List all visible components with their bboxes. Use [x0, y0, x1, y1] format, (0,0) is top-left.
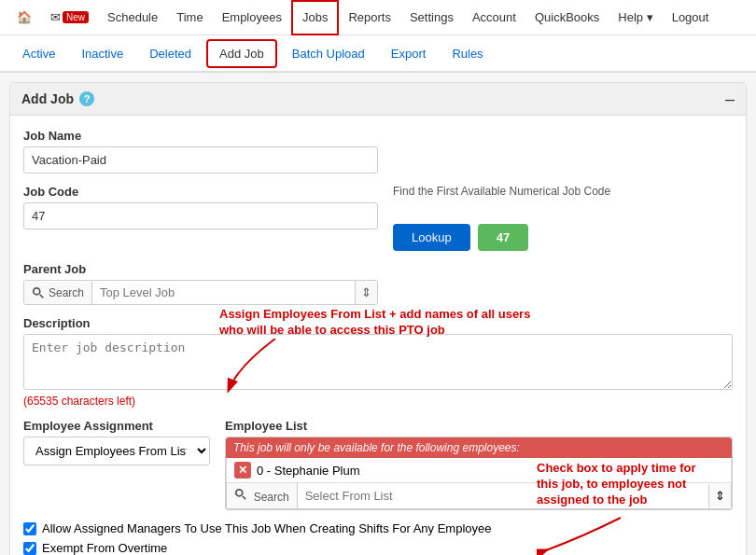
subnav-export[interactable]: Export: [380, 41, 438, 66]
subnav-rules[interactable]: Rules: [441, 41, 494, 66]
subnav-inactive[interactable]: Inactive: [70, 41, 134, 66]
card-title: Add Job ?: [21, 91, 94, 106]
description-input[interactable]: [23, 334, 733, 390]
lookup-row: Lookup 47: [393, 224, 733, 251]
subnav-active[interactable]: Active: [11, 41, 66, 66]
employee-list-col: Employee List This job will only be avai…: [225, 419, 733, 510]
parent-job-arrow[interactable]: ⇕: [355, 281, 377, 304]
job-code-col: Job Code: [23, 185, 378, 251]
nav-logout[interactable]: Logout: [663, 0, 719, 35]
parent-job-input[interactable]: [92, 281, 355, 304]
employee-search-row[interactable]: Search ⇕: [226, 483, 732, 509]
lookup-button[interactable]: Lookup: [393, 224, 470, 251]
annotation-area: Description (65535 characters left) Assi…: [23, 316, 733, 555]
emp-search-label: Search: [254, 491, 289, 504]
nav-schedule[interactable]: Schedule: [98, 0, 167, 35]
employee-assignment-label: Employee Assignment: [23, 419, 210, 433]
remove-employee-button[interactable]: ✕: [234, 462, 251, 479]
employee-assignment-col: Employee Assignment Assign Employees Fro…: [23, 419, 210, 465]
checkbox1-label[interactable]: Allow Assigned Managers To Use This Job …: [42, 521, 491, 535]
subnav-add-job[interactable]: Add Job: [206, 39, 277, 68]
nav-jobs[interactable]: Jobs: [291, 0, 339, 35]
lookup-description: Find the First Available Numerical Job C…: [393, 185, 733, 198]
add-job-card: Add Job ? – Job Name Job Code: [9, 82, 747, 555]
job-name-label: Job Name: [23, 129, 733, 143]
employee-list-label: Employee List: [225, 419, 733, 433]
checkboxes-section: Allow Assigned Managers To Use This Job …: [23, 521, 733, 555]
mail-badge: New: [63, 11, 89, 23]
employee-assignment-select[interactable]: Assign Employees From List: [23, 437, 210, 465]
emp-search-input[interactable]: [298, 484, 708, 507]
allow-managers-checkbox[interactable]: [23, 522, 36, 535]
description-group: Description (65535 characters left): [23, 316, 733, 408]
job-code-input[interactable]: [23, 202, 378, 229]
card-body: Job Name Job Code Find the First Availab…: [10, 116, 746, 555]
checkbox2-label[interactable]: Exempt From Overtime: [42, 541, 167, 555]
main-content: Add Job ? – Job Name Job Code: [0, 73, 756, 555]
parent-job-search[interactable]: Search ⇕: [23, 280, 378, 305]
home-icon: 🏠: [17, 10, 32, 24]
emp-search-icon: [234, 488, 247, 501]
top-navigation: 🏠 ✉ New Schedule Time Employees Jobs Rep…: [0, 0, 756, 35]
checkbox2-row: Exempt From Overtime: [23, 541, 733, 555]
lookup-result: 47: [478, 224, 528, 251]
svg-line-3: [243, 496, 246, 500]
employee-name: 0 - Stephanie Plum: [257, 464, 360, 478]
nav-quickbooks[interactable]: QuickBooks: [525, 0, 609, 35]
job-name-input[interactable]: [23, 146, 378, 173]
job-code-row: Job Code Find the First Available Numeri…: [23, 185, 733, 251]
lookup-col: Find the First Available Numerical Job C…: [393, 185, 733, 251]
minimize-button[interactable]: –: [725, 90, 735, 107]
help-icon[interactable]: ?: [79, 91, 94, 106]
card-header: Add Job ? –: [10, 83, 746, 116]
parent-job-label: Parent Job: [23, 262, 733, 276]
employee-list-container: This job will only be available for the …: [225, 437, 733, 510]
nav-account[interactable]: Account: [463, 0, 525, 35]
home-button[interactable]: 🏠: [7, 0, 41, 35]
nav-settings[interactable]: Settings: [400, 0, 463, 35]
sub-navigation: Active Inactive Deleted Add Job Batch Up…: [0, 35, 756, 73]
employee-entry-row: ✕ 0 - Stephanie Plum: [226, 458, 732, 483]
nav-time[interactable]: Time: [167, 0, 212, 35]
search-prefix: Search: [24, 282, 92, 304]
employee-list-warning: This job will only be available for the …: [226, 437, 732, 458]
char-count: (65535 characters left): [23, 395, 733, 408]
description-label: Description: [23, 316, 733, 330]
emp-select-arrow[interactable]: ⇕: [708, 484, 731, 507]
nav-employees[interactable]: Employees: [213, 0, 291, 35]
nav-help[interactable]: Help ▾: [609, 0, 662, 35]
subnav-batch-upload[interactable]: Batch Upload: [281, 41, 376, 66]
svg-point-2: [236, 490, 243, 496]
svg-point-0: [34, 287, 40, 294]
nav-reports[interactable]: Reports: [339, 0, 400, 35]
parent-job-group: Parent Job Search ⇕: [23, 262, 733, 305]
job-code-label: Job Code: [23, 185, 378, 199]
checkbox1-row: Allow Assigned Managers To Use This Job …: [23, 521, 733, 535]
mail-icon-button[interactable]: ✉ New: [41, 0, 98, 35]
search-label: Search: [49, 286, 84, 299]
search-icon: [32, 286, 45, 299]
card-title-text: Add Job: [21, 91, 74, 106]
exempt-overtime-checkbox[interactable]: [23, 542, 36, 555]
employee-assignment-row: Employee Assignment Assign Employees Fro…: [23, 419, 733, 510]
svg-line-1: [40, 294, 44, 298]
subnav-deleted[interactable]: Deleted: [138, 41, 203, 66]
job-name-group: Job Name: [23, 129, 733, 173]
emp-search-prefix: Search: [227, 483, 298, 508]
